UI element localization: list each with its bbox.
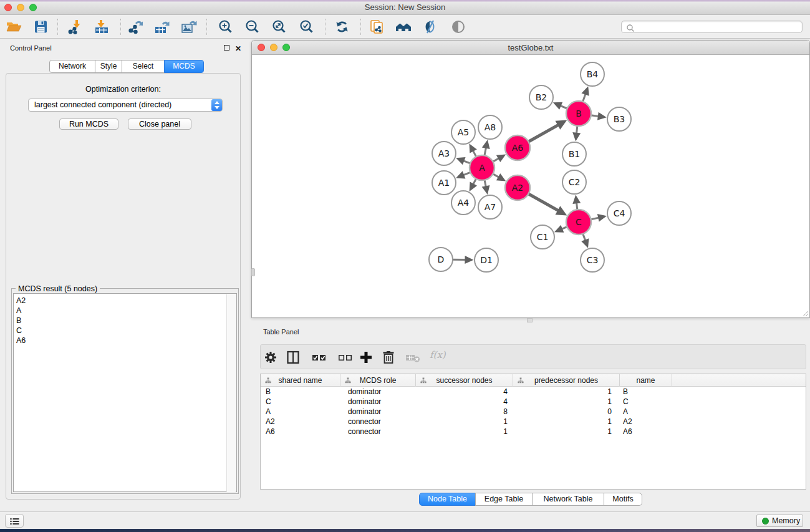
graph-node-label: C3	[587, 255, 599, 265]
graph-node-label: A8	[485, 122, 496, 132]
columns-icon[interactable]	[286, 350, 300, 365]
graph-node-label: B3	[614, 114, 625, 124]
tab-node-table[interactable]: Node Table	[419, 493, 476, 506]
control-panel-title: Control Panel	[10, 44, 52, 52]
tab-mcds[interactable]: MCDS	[164, 60, 204, 73]
hide-panel-icon[interactable]	[422, 19, 438, 34]
graph-node-label: A3	[438, 148, 450, 158]
refresh-icon[interactable]	[334, 19, 350, 34]
zoom-fit-icon[interactable]	[271, 19, 287, 34]
float-panel-icon[interactable]	[224, 45, 229, 51]
memory-status-dot	[762, 518, 769, 525]
graph-edge-arrow	[465, 256, 473, 264]
mcds-result-list[interactable]: A2ABCA6	[13, 293, 237, 492]
mcds-result-item[interactable]: C	[14, 326, 236, 336]
table-cell: B	[623, 387, 628, 397]
column-header-shared-name[interactable]: shared name	[261, 374, 340, 387]
network-graph-canvas[interactable]: AA1A2A3A4A5A6A7A8BB1B2B3B4CC1C2C3C4DD1	[252, 55, 809, 317]
table-row[interactable]: A2connector11A2	[261, 417, 806, 427]
mcds-result-item[interactable]: A2	[14, 296, 236, 306]
panel-splitter-handle[interactable]	[527, 318, 533, 322]
toolbar-separator	[360, 19, 361, 35]
memory-button-label: Memory	[772, 516, 800, 525]
mcds-result-item[interactable]: A	[14, 306, 236, 316]
export-image-icon[interactable]	[181, 19, 197, 34]
open-folder-icon[interactable]	[6, 19, 22, 34]
unselect-all-checks-icon[interactable]	[337, 350, 354, 365]
close-panel-button[interactable]: Close panel	[128, 118, 191, 130]
zoom-selected-icon[interactable]	[299, 19, 315, 34]
table-row[interactable]: Bdominator41B	[261, 387, 806, 397]
delete-column-icon[interactable]	[382, 350, 395, 365]
tab-network-table[interactable]: Network Table	[532, 493, 604, 506]
tab-motifs[interactable]: Motifs	[604, 493, 642, 506]
table-cell: connector	[348, 417, 381, 427]
table-panel-title: Table Panel	[263, 328, 299, 336]
settings-gear-icon[interactable]	[264, 350, 277, 365]
table-row[interactable]: Adominator80A	[261, 407, 806, 417]
export-network-icon[interactable]	[128, 19, 144, 34]
table-cell: C	[266, 397, 271, 407]
zoom-out-icon[interactable]	[244, 19, 261, 34]
graph-edge-arrow	[597, 214, 607, 222]
table-cell: A	[623, 407, 628, 417]
tab-edge-table[interactable]: Edge Table	[475, 493, 533, 506]
column-header-mcds-role[interactable]: MCDS role	[340, 374, 416, 387]
select-all-checks-icon[interactable]	[311, 350, 327, 365]
graph-node-label: C	[576, 217, 582, 227]
desktop-wallpaper	[0, 529, 810, 532]
column-header-successor-nodes[interactable]: successor nodes	[416, 374, 513, 387]
graph-node-label: C4	[614, 208, 625, 218]
toolbar-separator	[120, 19, 121, 35]
export-table-icon[interactable]	[154, 19, 170, 34]
table-cell: 4	[416, 387, 508, 397]
show-panel-icon[interactable]	[450, 19, 466, 34]
column-header-predecessor-nodes[interactable]: predecessor nodes	[513, 374, 620, 387]
function-builder-icon[interactable]: f(x)	[430, 349, 446, 360]
table-cell: dominator	[348, 387, 381, 397]
table-cell: 1	[513, 427, 612, 437]
toolbar-separator	[206, 19, 207, 35]
node-table: shared name MCDS role successor nodes pr…	[260, 374, 806, 490]
optimization-criterion-label: Optimization criterion:	[6, 85, 240, 94]
mcds-list-scrollbar[interactable]	[226, 294, 236, 492]
main-toolbar	[0, 15, 810, 39]
resize-grip-icon[interactable]	[802, 310, 808, 316]
import-network-icon[interactable]	[67, 19, 84, 34]
memory-button[interactable]: Memory	[756, 515, 803, 527]
table-toolbar: f(x)	[260, 344, 806, 369]
table-row[interactable]: A6connector11A6	[261, 427, 806, 437]
graph-node-label: A6	[512, 143, 524, 153]
task-history-button[interactable]	[5, 514, 24, 528]
mcds-result-item[interactable]: A6	[14, 336, 236, 346]
close-panel-icon[interactable]: ✕	[235, 45, 241, 52]
save-session-icon[interactable]	[33, 19, 49, 34]
table-cell: A6	[266, 427, 275, 437]
delete-table-icon[interactable]	[405, 350, 421, 365]
import-table-icon[interactable]	[94, 19, 110, 34]
table-cell: 1	[513, 417, 612, 427]
tab-network[interactable]: Network	[49, 60, 95, 73]
add-column-icon[interactable]	[359, 350, 374, 365]
search-input[interactable]	[621, 21, 803, 33]
tab-select[interactable]: Select	[122, 60, 165, 73]
run-mcds-button[interactable]: Run MCDS	[59, 118, 118, 130]
zoom-in-icon[interactable]	[218, 19, 234, 34]
mcds-result-title: MCDS result (5 nodes)	[16, 284, 100, 293]
network-window-titlebar: testGlobe.txt	[252, 41, 809, 55]
tab-style[interactable]: Style	[95, 60, 122, 73]
table-cell: C	[623, 397, 629, 407]
select-spinner-icon[interactable]	[211, 99, 222, 111]
graph-edge-arrow	[597, 112, 607, 120]
table-row[interactable]: Cdominator41C	[261, 397, 806, 407]
column-header-name[interactable]: name	[620, 374, 672, 387]
toolbar-separator	[57, 19, 58, 35]
table-cell: 0	[513, 407, 612, 417]
table-cell: 1	[416, 417, 508, 427]
table-cell: A2	[266, 417, 275, 427]
table-cell: B	[266, 387, 271, 397]
home-layout-icon[interactable]	[395, 19, 412, 34]
copy-network-icon[interactable]	[369, 19, 385, 34]
mcds-result-item[interactable]: B	[14, 316, 236, 326]
network-left-handle[interactable]	[251, 268, 255, 276]
